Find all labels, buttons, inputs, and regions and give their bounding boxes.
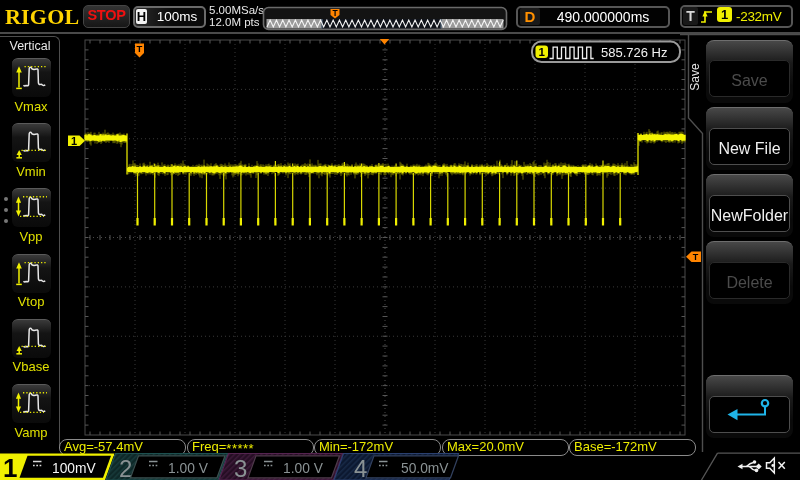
svg-text:T: T: [137, 43, 143, 54]
svg-text:4: 4: [354, 455, 367, 480]
svg-text:1: 1: [71, 135, 77, 147]
svg-text:100mV: 100mV: [52, 461, 97, 476]
svg-text:3: 3: [234, 455, 247, 480]
svg-text:585.726 Hz: 585.726 Hz: [601, 45, 668, 60]
svg-text:50.0mV: 50.0mV: [401, 461, 449, 476]
svg-text:1: 1: [538, 46, 545, 58]
svg-text:T: T: [332, 8, 338, 18]
svg-text:2: 2: [119, 455, 132, 480]
svg-text:1.00 V: 1.00 V: [283, 461, 324, 476]
svg-text:1: 1: [3, 453, 17, 480]
svg-text:1.00 V: 1.00 V: [168, 461, 209, 476]
